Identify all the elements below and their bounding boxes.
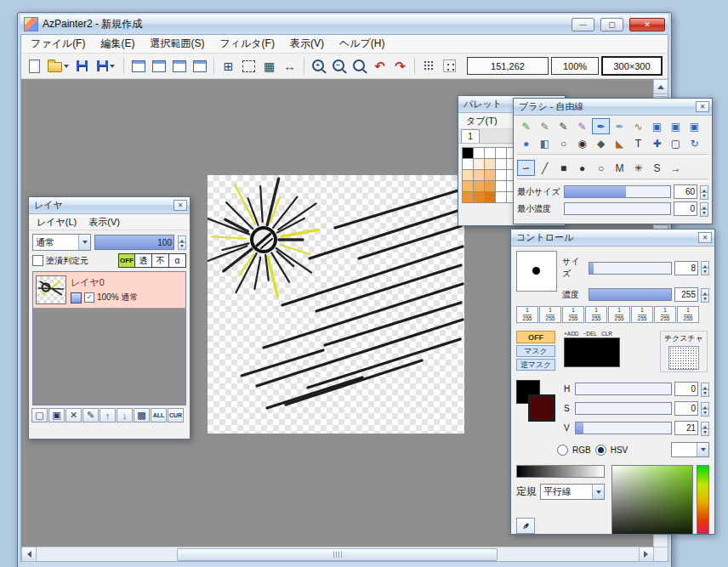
pressure-preset-button[interactable]: 1255 — [585, 306, 607, 323]
pressure-preset-button[interactable]: 1255 — [562, 306, 584, 323]
saturation-slider[interactable] — [575, 402, 672, 415]
grid-toggle-button[interactable]: ▦ — [259, 56, 279, 76]
layer-thumbnail[interactable] — [36, 275, 66, 304]
canvas-size-button[interactable]: ⊞ — [219, 56, 238, 76]
mask-button[interactable]: マスク — [516, 345, 555, 357]
layer-visible-checkbox[interactable]: ✓ — [84, 292, 94, 303]
waterdrop-tool-button[interactable]: ● — [517, 135, 535, 151]
mask-color-list[interactable] — [564, 337, 620, 367]
spline-type-button[interactable]: S — [648, 160, 666, 176]
palette-tab-menu[interactable]: タブ(T) — [460, 113, 503, 128]
gradient-bar[interactable] — [516, 465, 605, 478]
new-canvas-button[interactable] — [25, 56, 44, 76]
palette-swatch[interactable] — [485, 192, 496, 203]
circle-tool-button[interactable]: ○ — [555, 135, 572, 151]
filldot-type-button[interactable]: ● — [573, 160, 591, 176]
toggle-layer-window-button[interactable] — [128, 56, 148, 76]
freehand-type-button[interactable]: ∽ — [517, 160, 535, 176]
layer-up-button[interactable]: ↑ — [100, 408, 116, 422]
scroll-left-button[interactable] — [21, 547, 37, 562]
palette-swatch[interactable] — [485, 181, 496, 192]
menu-edit[interactable]: 編集(E) — [93, 35, 142, 53]
thin-brush-tool-button[interactable]: ✒ — [611, 118, 628, 134]
zoom-in-button[interactable]: + — [309, 56, 328, 76]
new-layer-button[interactable]: ▢ — [31, 408, 48, 422]
panel-a-button[interactable]: ▣ — [648, 118, 666, 134]
size-spinner[interactable] — [701, 261, 709, 275]
mask-color-op-button[interactable]: −DEL — [583, 331, 597, 337]
menu-view[interactable]: 表示(V) — [282, 35, 332, 53]
palette-swatch[interactable] — [463, 159, 474, 170]
pan-view-button[interactable]: ↔ — [280, 56, 299, 76]
copy-layer-button[interactable]: ▣ — [48, 408, 65, 422]
menu-help[interactable]: ヘルプ(H) — [332, 35, 393, 53]
inverse-mask-button[interactable]: 逆マスク — [516, 359, 555, 371]
layer-down-button[interactable]: ↓ — [117, 408, 133, 422]
minimize-button[interactable]: — — [572, 18, 594, 31]
palette-swatch[interactable] — [463, 181, 474, 192]
save-as-button[interactable] — [93, 56, 119, 76]
selection-frame-button[interactable] — [239, 56, 259, 76]
min-density-spinner[interactable] — [700, 202, 708, 216]
zoom-reset-button[interactable] — [350, 56, 369, 76]
polyline-type-button[interactable]: M — [611, 160, 628, 176]
texture-preview[interactable] — [668, 346, 699, 370]
dotpen-tool-button[interactable]: ✎ — [555, 118, 572, 134]
palette-swatch[interactable] — [496, 170, 507, 181]
line-type-button[interactable]: ╱ — [536, 160, 554, 176]
palette-swatch[interactable] — [485, 148, 496, 159]
density-spinner[interactable] — [701, 288, 709, 302]
layer-item[interactable]: レイヤ0 ✓ 100% 通常 — [33, 272, 185, 309]
min-size-slider[interactable] — [564, 185, 671, 198]
menu-selection[interactable]: 選択範囲(S) — [142, 35, 212, 53]
pressure-preset-button[interactable]: 1255 — [654, 306, 676, 323]
pen-tool-button[interactable]: ✎ — [517, 118, 535, 134]
color-mask-off-button[interactable]: OFF — [516, 331, 555, 343]
fill-ref-checkbox[interactable] — [32, 255, 43, 266]
saturation-value-picker[interactable] — [611, 465, 693, 535]
close-button[interactable]: ✕ — [696, 101, 709, 112]
menu-filter[interactable]: フィルタ(F) — [212, 35, 282, 53]
hue-spinner[interactable] — [701, 383, 709, 396]
paint-alpha-button[interactable]: α — [169, 253, 186, 268]
value-slider[interactable] — [575, 422, 672, 434]
toggle-control-window-button[interactable] — [190, 56, 209, 76]
opacity-spinner[interactable] — [178, 235, 186, 249]
palette-swatch[interactable] — [496, 181, 507, 192]
canvas[interactable] — [208, 175, 464, 434]
brush-tool-button[interactable]: ✒ — [592, 118, 610, 134]
scroll-right-button[interactable] — [639, 547, 654, 562]
rgb-radio[interactable] — [557, 445, 568, 456]
saturation-spinner[interactable] — [701, 402, 709, 416]
min-density-slider[interactable] — [564, 202, 671, 215]
spray-settings-button[interactable] — [419, 56, 439, 76]
panel-b-button[interactable]: ▣ — [667, 118, 685, 134]
gradation-tool-button[interactable]: ◧ — [536, 135, 554, 151]
arrow-type-button[interactable]: → — [667, 160, 685, 176]
close-button[interactable]: ✕ — [629, 18, 665, 31]
hue-slider[interactable] — [575, 383, 672, 395]
control-titlebar[interactable]: コントロール ✕ — [511, 230, 714, 247]
secondary-color-swatch[interactable] — [528, 394, 555, 422]
main-titlebar[interactable]: AzPainter2 - 新規作成 — ▢ ✕ — [20, 14, 668, 34]
palette-swatch[interactable] — [463, 148, 474, 159]
value-spinner[interactable] — [701, 422, 709, 435]
paint-opaque-button[interactable]: 不 — [152, 253, 169, 268]
ruler-dropdown[interactable]: 平行線 — [540, 484, 605, 500]
bucket-tool-button[interactable]: ◣ — [611, 135, 628, 151]
select-tool-button[interactable]: ▢ — [667, 135, 685, 151]
horizontal-scroll-thumb[interactable] — [177, 548, 498, 561]
pressure-preset-button[interactable]: 1255 — [631, 306, 653, 323]
pressure-preset-button[interactable]: 1255 — [539, 306, 561, 323]
blend-mode-select[interactable]: 通常 — [32, 234, 91, 251]
eyedropper-button[interactable]: ✒ — [516, 518, 535, 534]
radial-type-button[interactable]: ✳ — [629, 160, 647, 176]
min-size-spinner[interactable] — [700, 185, 708, 199]
paint-trans-button[interactable]: 透 — [135, 253, 152, 268]
menu-file[interactable]: ファイル(F) — [23, 35, 93, 53]
palette-swatch[interactable] — [474, 192, 485, 203]
undo-button[interactable]: ↶ — [370, 56, 390, 76]
fillrect-type-button[interactable]: ■ — [555, 160, 572, 176]
toggle-brush-window-button[interactable] — [149, 56, 168, 76]
palette-swatch[interactable] — [463, 170, 474, 181]
